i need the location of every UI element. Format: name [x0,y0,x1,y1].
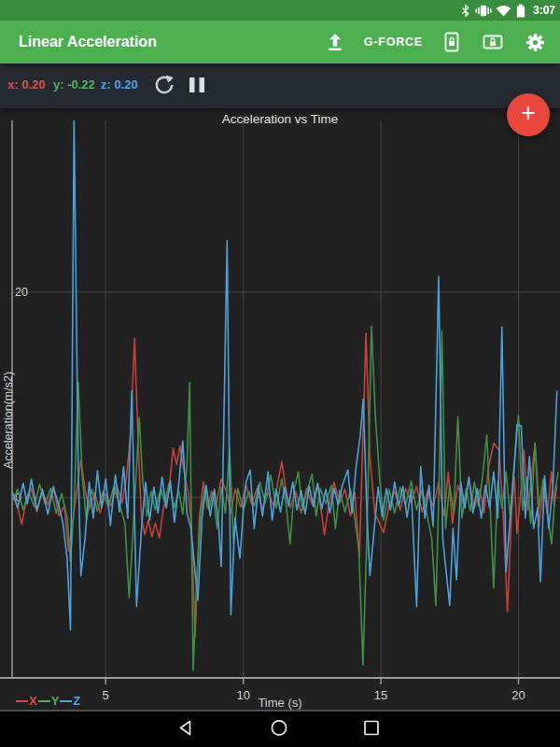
y-tick-label: 20 [15,286,28,299]
pause-button[interactable] [187,72,209,101]
settings-button[interactable] [524,31,547,54]
x-value-readout: x: 0.20 [7,78,45,92]
app-screen: 3:07 Linear Acceleration G-FORCE [0,0,560,747]
portrait-lock-icon [441,31,462,53]
upload-button[interactable] [325,32,345,52]
status-bar: 3:07 [0,0,560,21]
gear-icon [524,31,547,54]
battery-icon [515,4,526,18]
y-value-readout: y: -0.22 [53,78,95,92]
legend-swatch [60,700,72,702]
series-y [12,326,558,670]
gforce-mode-button[interactable]: G-FORCE [364,35,423,49]
landscape-lock-icon [481,32,505,52]
back-button[interactable] [175,718,197,741]
z-value-readout: z: 0.20 [101,78,138,92]
chart-plot-area[interactable]: 5101520020 [0,108,560,710]
add-fab-button[interactable]: + [507,93,550,136]
acceleration-chart: 5101520020 Acceleration vs Time Accelera… [0,108,560,710]
x-tick-label: 15 [374,688,387,702]
app-bar-actions: G-FORCE [325,31,547,54]
chart-title: Acceleration vs Time [222,112,339,126]
legend-label: X [29,694,37,708]
x-tick-label: 5 [103,688,109,702]
series-z [12,120,557,630]
y-axis-label: Acceleration(m/s2) [2,372,15,469]
android-nav-bar [0,710,560,747]
vibrate-icon [475,4,492,18]
home-icon [270,719,288,738]
portrait-lock-button[interactable] [441,31,462,53]
landscape-lock-button[interactable] [481,32,505,52]
legend-item-z: Z [60,694,81,708]
app-bar: Linear Acceleration G-FORCE [0,21,560,63]
legend-item-y: Y [38,694,61,708]
page-title: Linear Acceleration [19,34,325,50]
bluetooth-icon [459,4,471,18]
clock: 3:07 [533,4,555,17]
back-icon [176,720,195,737]
recents-icon [363,720,380,737]
legend-label: Y [51,694,60,708]
recents-button[interactable] [361,718,382,741]
home-button[interactable] [268,717,290,742]
upload-icon [325,32,345,52]
x-axis-label: Time (s) [258,696,301,710]
x-tick-label: 10 [236,688,249,702]
reset-icon [151,72,177,98]
x-tick-label: 20 [511,688,525,702]
legend-label: Z [73,694,80,708]
legend-item-x: X [16,694,38,708]
sensor-value-toolbar: x: 0.20 y: -0.22 z: 0.20 [0,63,560,108]
chart-legend: XYZ [16,694,81,708]
pause-icon [187,72,209,98]
wifi-icon [496,4,511,18]
legend-swatch [38,700,50,702]
reset-button[interactable] [151,72,177,101]
legend-swatch [16,700,28,702]
